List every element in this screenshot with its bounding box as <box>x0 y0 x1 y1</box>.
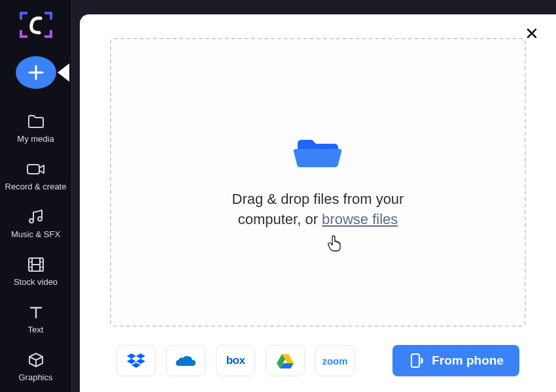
drop-instruction: Drag & drop files from your computer, or… <box>200 189 436 230</box>
googledrive-icon <box>276 353 294 368</box>
sidebar-item-music[interactable]: Music & SFX <box>0 201 71 249</box>
svg-rect-0 <box>27 165 39 174</box>
dropbox-icon <box>126 352 146 369</box>
dropzone[interactable]: Drag & drop files from your computer, or… <box>110 38 526 327</box>
folder-icon <box>27 112 45 131</box>
add-button-pointer <box>58 63 69 82</box>
sidebar-item-label: Graphics <box>18 373 52 383</box>
box-icon: box <box>226 354 245 367</box>
zoom-icon: zoom <box>322 355 347 367</box>
sidebar-item-label: Record & create <box>5 182 67 192</box>
sources-row: box zoom From phone <box>110 345 526 376</box>
add-button[interactable] <box>16 56 56 89</box>
upload-modal: Drag & drop files from your computer, or… <box>80 14 556 392</box>
app-logo[interactable] <box>20 12 52 38</box>
film-icon <box>27 255 44 274</box>
source-zoom[interactable]: zoom <box>315 345 355 376</box>
sidebar-item-label: My media <box>17 135 54 144</box>
sidebar-item-my-media[interactable]: My media <box>0 106 71 154</box>
from-phone-label: From phone <box>432 353 504 368</box>
onedrive-icon <box>175 353 197 368</box>
sidebar-item-text[interactable]: Text <box>0 297 71 344</box>
sidebar-item-record[interactable]: Record & create <box>0 154 71 201</box>
source-googledrive[interactable] <box>266 345 305 376</box>
svg-rect-11 <box>411 354 419 367</box>
cube-icon <box>27 351 44 369</box>
camera-icon <box>26 160 46 178</box>
sidebar-item-label: Stock video <box>14 278 58 287</box>
hand-cursor-icon <box>327 235 341 255</box>
browse-files-link[interactable]: browse files <box>322 211 398 227</box>
svg-point-1 <box>29 219 33 223</box>
text-icon <box>28 303 44 321</box>
source-box[interactable]: box <box>216 345 255 376</box>
music-icon <box>27 208 44 226</box>
main-area: Drag & drop files from your computer, or… <box>72 0 556 392</box>
svg-point-2 <box>38 217 42 221</box>
source-dropbox[interactable] <box>116 345 156 376</box>
sidebar-item-graphics[interactable]: Graphics <box>0 344 71 392</box>
sidebar-item-stock-video[interactable]: Stock video <box>0 249 71 297</box>
sidebar: My media Record & create Music & SFX Sto… <box>0 0 72 392</box>
sidebar-item-label: Text <box>28 325 44 335</box>
sidebar-item-label: Music & SFX <box>11 230 60 240</box>
from-phone-button[interactable]: From phone <box>392 345 519 376</box>
phone-icon <box>408 353 424 368</box>
source-onedrive[interactable] <box>166 345 205 376</box>
folder-open-icon <box>292 135 343 172</box>
